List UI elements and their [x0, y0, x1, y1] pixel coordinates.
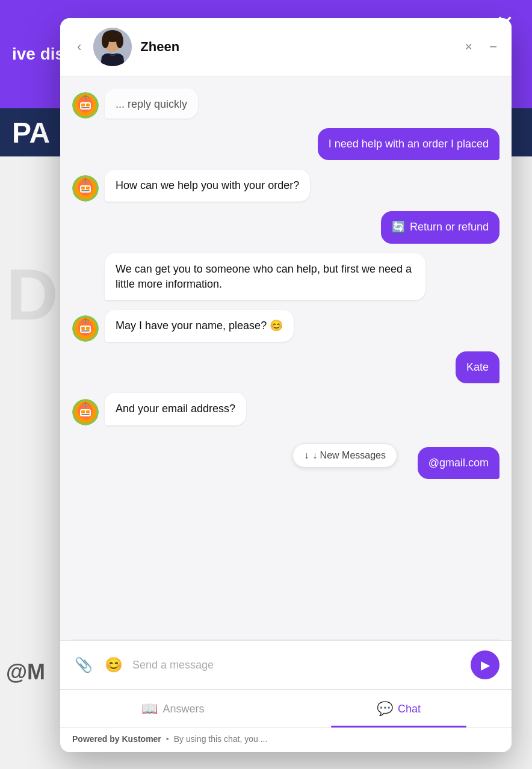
svg-rect-21: [81, 190, 90, 191]
bot-avatar: [72, 175, 99, 202]
message-row: How can we help you with your order?: [72, 170, 500, 202]
emoji-button[interactable]: 😊: [102, 654, 125, 676]
answers-icon: 📖: [141, 701, 158, 717]
svg-rect-20: [86, 187, 90, 190]
bot-message-bubble: And your email address?: [105, 393, 246, 425]
chat-icon: 💬: [377, 701, 393, 717]
email-partial-bubble: @gmail.com: [418, 447, 500, 479]
new-messages-button[interactable]: ↓ ↓ New Messages: [292, 443, 397, 468]
agent-avatar: [93, 28, 132, 66]
svg-point-41: [84, 402, 87, 404]
chat-footer: Powered by Kustomer • By using this chat…: [60, 727, 512, 752]
tab-chat[interactable]: 💬 Chat: [286, 690, 512, 727]
back-button[interactable]: ‹: [72, 37, 86, 57]
answers-label: Answers: [162, 703, 204, 715]
svg-rect-28: [81, 327, 85, 330]
send-button[interactable]: ▶: [471, 650, 500, 679]
svg-point-14: [84, 95, 87, 97]
bot-message-bubble: May I have your name, please? 😊: [105, 310, 294, 342]
svg-rect-12: [81, 107, 90, 108]
new-messages-label: ↓ New Messages: [312, 450, 386, 461]
svg-point-23: [84, 178, 87, 181]
bot-avatar: [72, 315, 99, 342]
partial-message-bubble: ... reply quickly: [105, 88, 198, 119]
bot-message-bubble: How can we help you with your order?: [105, 170, 310, 202]
attach-button[interactable]: 📎: [72, 654, 95, 676]
message-row: May I have your name, please? 😊: [72, 310, 500, 342]
bg-at-m: @M: [6, 659, 45, 685]
chat-label: Chat: [398, 703, 421, 715]
footer-terms: By using this chat, you ...: [174, 734, 268, 744]
agent-avatar-image: [93, 28, 132, 66]
svg-rect-19: [81, 187, 85, 190]
tab-answers[interactable]: 📖 Answers: [60, 690, 286, 727]
chat-window: ‹ Zheen × −: [60, 18, 512, 752]
message-input[interactable]: [132, 656, 463, 674]
user-message-bubble: Kate: [456, 351, 500, 383]
agent-name: Zheen: [140, 39, 462, 55]
overlap-area: ↓ ↓ New Messages @gmail.com: [72, 437, 500, 480]
svg-point-5: [102, 34, 109, 48]
bot-avatar: [72, 92, 99, 119]
chat-header: ‹ Zheen × −: [60, 18, 512, 76]
messages-area: ... reply quickly I need help with an or…: [60, 76, 512, 640]
new-messages-arrow: ↓: [304, 450, 309, 461]
bot-message-bubble: We can get you to someone who can help, …: [105, 253, 425, 300]
send-icon: ▶: [481, 658, 490, 672]
message-row: And your email address?: [72, 393, 500, 425]
svg-point-4: [116, 34, 123, 48]
message-row: Kate: [72, 351, 500, 383]
svg-rect-30: [81, 330, 90, 332]
minimize-button[interactable]: −: [487, 37, 500, 57]
svg-point-32: [84, 318, 87, 321]
bg-d-letter: D: [6, 253, 58, 336]
footer-dot: •: [166, 734, 169, 744]
bottom-tabs: 📖 Answers 💬 Chat: [60, 689, 512, 727]
bot-avatar: [72, 399, 99, 425]
user-message-bubble: I need help with an order I placed: [318, 128, 500, 160]
message-row: ... reply quickly: [72, 88, 500, 119]
svg-rect-37: [81, 410, 85, 413]
powered-by: Powered by Kustomer: [72, 734, 161, 744]
return-icon: 🔄: [392, 220, 405, 235]
svg-rect-10: [81, 103, 85, 107]
svg-rect-38: [86, 410, 90, 413]
close-button[interactable]: ×: [462, 37, 475, 57]
svg-rect-11: [86, 103, 90, 107]
return-refund-bubble[interactable]: 🔄 Return or refund: [381, 211, 500, 243]
svg-rect-39: [81, 414, 90, 415]
screen-close-btn[interactable]: ✕: [496, 11, 514, 36]
svg-rect-29: [86, 327, 90, 330]
message-row: I need help with an order I placed: [72, 128, 500, 160]
bg-pa-text: PA: [12, 116, 50, 149]
message-row: 🔄 Return or refund: [72, 211, 500, 243]
message-row: We can get you to someone who can help, …: [72, 253, 500, 300]
header-actions: × −: [462, 37, 500, 57]
input-area: 📎 😊 ▶: [60, 640, 512, 689]
